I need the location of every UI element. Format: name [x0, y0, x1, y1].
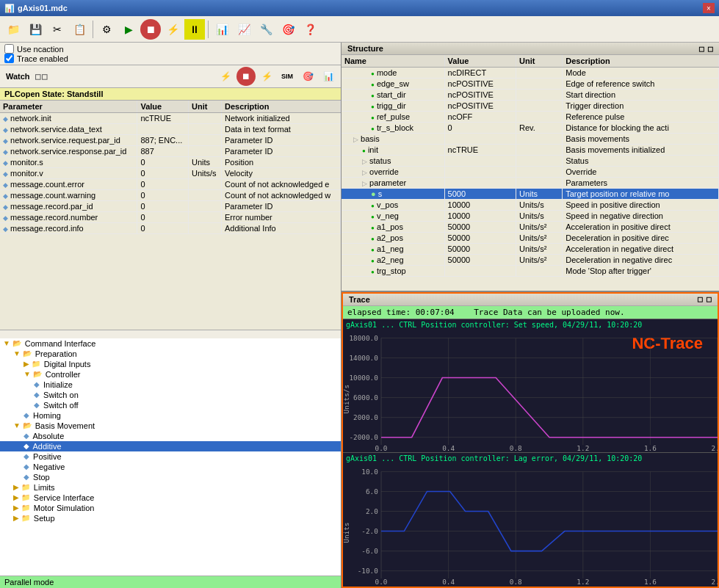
list-item[interactable]: ◆ monitor.v 0 Units/s Velocity — [0, 168, 341, 179]
trace-enabled-label[interactable]: Trace enabled — [4, 54, 336, 63]
toolbar-settings[interactable]: ⚙ — [96, 19, 117, 40]
table-row[interactable]: ● a1_pos 50000 Units/s² Acceleration in … — [342, 222, 719, 233]
toolbar-pause[interactable]: ⏸ — [184, 19, 205, 40]
toolbar-paste[interactable]: 📋 — [69, 19, 90, 40]
toolbar-help[interactable]: ❓ — [300, 19, 320, 40]
trace-charts: NC-Trace gAxis01 ... CTRL Position contr… — [343, 319, 718, 587]
toolbar-reset[interactable]: ⚡ — [162, 19, 183, 40]
toolbar-cut[interactable]: ✂ — [47, 19, 68, 40]
watch-sim-btn[interactable]: SIM — [278, 67, 297, 86]
toolbar-chart2[interactable]: 📈 — [234, 19, 254, 40]
table-row[interactable]: ● edge_sw ncPOSITIVE Edge of reference s… — [342, 79, 719, 90]
tree-item[interactable]: ◆ Absolute — [0, 431, 341, 441]
svg-text:1.2: 1.2 — [577, 578, 589, 587]
table-row[interactable]: ● a2_pos 50000 Units/s² Deceleration in … — [342, 233, 719, 244]
list-item[interactable]: ◆ message.record.par_id 0 Parameter ID — [0, 201, 341, 212]
list-item[interactable]: ◆ network.service.request.par_id 887; EN… — [0, 135, 341, 146]
toolbar-target[interactable]: 🎯 — [278, 19, 298, 40]
watch-stop-btn[interactable]: ⏹ — [236, 67, 256, 86]
list-item[interactable]: ◆ message.record.info 0 Additional Info — [0, 223, 341, 234]
use-ncaction-label[interactable]: Use ncaction — [4, 44, 336, 54]
tree-item[interactable]: ◆ Negative — [0, 462, 341, 472]
list-item[interactable]: ◆ message.record.number 0 Error number — [0, 212, 341, 223]
table-row[interactable]: ● trg_stop Mode 'Stop after trigger' — [342, 266, 719, 277]
table-row[interactable]: ● v_neg 10000 Units/s Speed in negative … — [342, 211, 719, 222]
tree-item[interactable]: ▶ 📁 Motor Simulation — [0, 503, 341, 513]
tree-item[interactable]: ▶ 📁 Digital Inputs — [0, 359, 341, 369]
svg-text:2.0: 2.0 — [712, 444, 718, 452]
tree-item[interactable]: ◆ Homing — [0, 410, 341, 421]
list-item[interactable]: ◆ message.count.error 0 Count of not ack… — [0, 179, 341, 190]
table-row[interactable]: ● tr_s_block 0 Rev. Distance for blockin… — [342, 123, 719, 134]
svg-text:10000.0: 10000.0 — [349, 374, 378, 382]
use-ncaction-checkbox[interactable] — [4, 44, 14, 54]
toolbar-save[interactable]: 💾 — [25, 19, 46, 40]
close-button[interactable]: × — [703, 3, 715, 13]
chart1-container: gAxis01 ... CTRL Position controller: Se… — [343, 319, 718, 454]
tree-item[interactable]: ◆ Switch on — [0, 390, 341, 400]
tree-section: ▼ 📂 Command Interface▼ 📂 Preparation▶ 📁 … — [0, 338, 341, 589]
list-item[interactable]: ◆ message.count.warning 0 Count of not a… — [0, 190, 341, 201]
tree-item[interactable]: ▶ 📁 Setup — [0, 513, 341, 523]
tree-item[interactable]: ◆ Stop — [0, 472, 341, 482]
watch-play-btn[interactable]: ⚡ — [216, 67, 235, 86]
watch-scrollbar[interactable] — [0, 330, 341, 338]
table-row[interactable]: ▷ parameter Parameters — [342, 178, 719, 189]
watch-target-btn[interactable]: 🎯 — [298, 67, 317, 86]
toolbar-stop[interactable]: ⏹ — [140, 19, 161, 40]
table-row[interactable]: ● s 5000 Units Target position or relati… — [342, 189, 719, 200]
trace-pin-icon[interactable]: ◻ — [697, 295, 703, 303]
trace-expand-icon[interactable]: ◻ — [706, 295, 712, 303]
tree-item[interactable]: ▼ 📂 Basis Movement — [0, 421, 341, 431]
table-row[interactable]: ● mode ncDIRECT Mode — [342, 68, 719, 79]
table-row[interactable]: ● a1_neg 50000 Units/s² Acceleration in … — [342, 244, 719, 255]
list-item[interactable]: ◆ monitor.s 0 Units Position — [0, 157, 341, 168]
watch-col-parameter: Parameter — [0, 101, 137, 113]
toolbar-play[interactable]: ▶ — [118, 19, 139, 40]
svg-text:0.4: 0.4 — [442, 578, 455, 587]
table-row[interactable]: ● a2_neg 50000 Units/s² Deceleration in … — [342, 255, 719, 266]
table-row[interactable]: ▷ override Override — [342, 167, 719, 178]
structure-controls: ◻ ◻ — [698, 45, 713, 53]
tree-item[interactable]: ◆ Additive — [0, 441, 341, 451]
toolbar-chart[interactable]: 📊 — [212, 19, 232, 40]
tree-item[interactable]: ◆ Initialize — [0, 380, 341, 390]
watch-table: Parameter Value Unit Description ◆ netwo… — [0, 101, 341, 330]
table-row[interactable]: ● init ncTRUE Basis movements initialize… — [342, 145, 719, 156]
tree-item[interactable]: ◆ Switch off — [0, 400, 341, 410]
structure-title-bar: Structure ◻ ◻ — [342, 43, 719, 55]
trace-outer: Trace ◻ ◻ elapsed time: 00:07:04 Trace D… — [342, 292, 719, 588]
table-row[interactable]: ● trigg_dir ncPOSITIVE Trigger direction — [342, 101, 719, 112]
watch-chart-btn[interactable]: 📊 — [319, 67, 338, 86]
structure-pin-icon[interactable]: ◻ — [698, 45, 704, 53]
tree-item[interactable]: ▼ 📂 Preparation — [0, 349, 341, 359]
watch-col-desc: Description — [221, 101, 340, 113]
watch-reset-btn[interactable]: ⚡ — [257, 67, 276, 86]
toolbar-new[interactable]: 📁 — [3, 19, 24, 40]
table-row[interactable]: ▷ status Status — [342, 156, 719, 167]
tree-item[interactable]: ◆ Positive — [0, 451, 341, 462]
toolbar: 📁 💾 ✂ 📋 ⚙ ▶ ⏹ ⚡ ⏸ 📊 📈 🔧 🎯 ❓ — [0, 16, 719, 43]
table-row[interactable]: ▷ basis Basis movements — [342, 134, 719, 145]
tree-item[interactable]: ▶ 📁 Limits — [0, 482, 341, 493]
structure-expand-icon[interactable]: ◻ — [707, 45, 713, 53]
list-item[interactable]: ◆ network.service.response.par_id 887 Pa… — [0, 146, 341, 157]
list-item[interactable]: ◆ network.init ncTRUE Network initialize… — [0, 113, 341, 124]
tree-item[interactable]: ▶ 📁 Service Interface — [0, 493, 341, 503]
table-row[interactable]: ● start_dir ncPOSITIVE Start direction — [342, 90, 719, 101]
svg-text:6.0: 6.0 — [366, 487, 378, 496]
table-row[interactable]: ● v_pos 10000 Units/s Speed in positive … — [342, 200, 719, 211]
chart1-area: 18000.0 14000.0 10000.0 6000.0 2000.0 -2… — [343, 330, 718, 453]
plcopen-state: PLCopen State: Standstill — [0, 88, 341, 101]
table-row[interactable]: ● ref_pulse ncOFF Reference pulse — [342, 112, 719, 123]
svg-text:10.0: 10.0 — [361, 468, 378, 476]
svg-text:-2000.0: -2000.0 — [349, 433, 378, 441]
toolbar-wrench[interactable]: 🔧 — [256, 19, 276, 40]
svg-text:0.0: 0.0 — [375, 444, 388, 452]
trace-enabled-checkbox[interactable] — [4, 54, 14, 63]
structure-panel: Structure ◻ ◻ Name Value Unit Descriptio… — [342, 43, 719, 292]
list-item[interactable]: ◆ network.service.data_text Data in text… — [0, 124, 341, 135]
tree-item[interactable]: ▼ 📂 Controller — [0, 369, 341, 380]
tree-item[interactable]: ▼ 📂 Command Interface — [0, 338, 341, 349]
right-side: Structure ◻ ◻ Name Value Unit Descriptio… — [342, 43, 719, 588]
